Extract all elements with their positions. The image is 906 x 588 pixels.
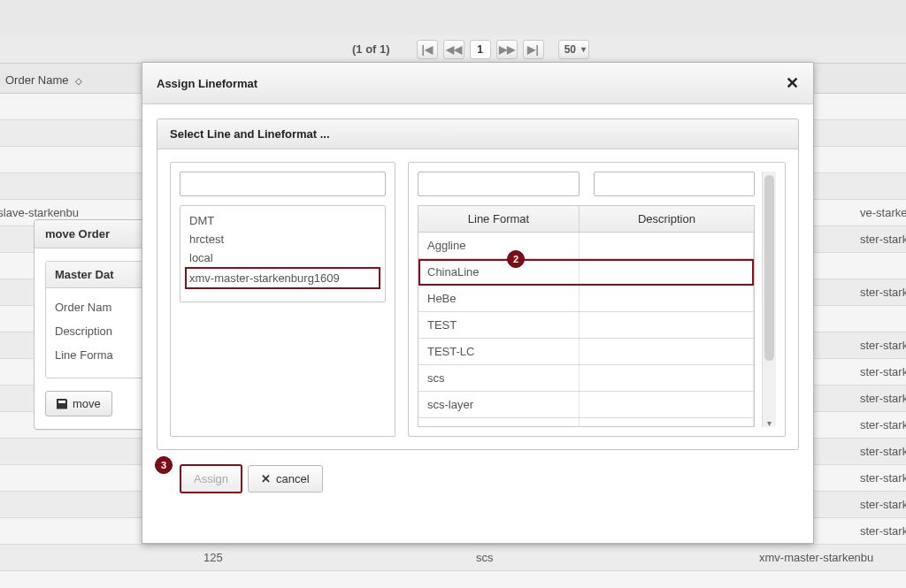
paginator-last[interactable]: ▶|: [523, 40, 544, 59]
line-list-item[interactable]: hrctest: [189, 230, 376, 248]
column-header-description[interactable]: Description: [580, 206, 754, 232]
line-list: DMT hrctest local xmv-master-starkenburg…: [180, 205, 386, 302]
column-header-order-name[interactable]: Order Name ◇: [5, 73, 82, 87]
select-panel-title: Select Line and Lineformat ...: [157, 119, 798, 149]
paginator-bar: (1 of 1) |◀ ◀◀ 1 ▶▶ ▶| 50: [0, 35, 906, 64]
paginator-prev[interactable]: ◀◀: [443, 40, 465, 59]
bg-cell: ster-starkenbu: [853, 412, 906, 439]
cell-lineformat: TEST: [418, 312, 580, 338]
cell-lineformat: Aggline: [418, 233, 580, 258]
cell-lineformat: TEST-LC: [418, 339, 580, 364]
cell-lineformat: scs-layer: [418, 392, 580, 417]
bg-cell: ster-starkenbu: [853, 386, 906, 412]
cell-description: [580, 312, 754, 338]
close-icon: ✕: [261, 472, 271, 485]
cell-description: [580, 365, 754, 391]
scrollbar-thumb[interactable]: [764, 175, 774, 361]
step-badge-3: 3: [155, 456, 173, 474]
description-filter-input[interactable]: [594, 172, 756, 196]
table-row[interactable]: TEST: [418, 312, 754, 339]
column-header-line[interactable]: Line ◇: [888, 67, 906, 94]
lineformat-filter-input[interactable]: [418, 172, 580, 196]
move-button[interactable]: move: [45, 391, 112, 416]
cell-lineformat: ChinaLine: [418, 259, 580, 285]
line-list-item-selected[interactable]: xmv-master-starkenburg1609: [186, 268, 380, 288]
line-list-item[interactable]: DMT: [189, 211, 376, 230]
column-header-lineformat[interactable]: Line Format: [418, 206, 580, 232]
cell-lineformat: scs: [418, 365, 580, 391]
cell-description: [580, 286, 754, 311]
assign-button-label: Assign: [194, 472, 228, 485]
table-row[interactable]: scs-layer: [418, 392, 754, 418]
cancel-button-label: cancel: [276, 472, 310, 485]
step-badge-2: 2: [507, 250, 525, 268]
cancel-button[interactable]: ✕ cancel: [248, 465, 323, 493]
lineformat-table: Line Format Description Aggline ChinaLin…: [418, 205, 755, 427]
line-list-item[interactable]: local: [189, 248, 376, 267]
bg-cell: xmv-master-starkenbu: [752, 545, 906, 571]
paginator-label: (1 of 1): [352, 42, 390, 56]
paginator-size-select[interactable]: 50: [558, 40, 589, 59]
table-row[interactable]: TEST-LC: [418, 339, 754, 365]
move-button-label: move: [73, 397, 101, 410]
assign-lineformat-dialog: Assign Lineformat ✕ Select Line and Line…: [142, 62, 814, 544]
scroll-down-icon[interactable]: ▾: [763, 416, 776, 429]
lineformat-box: Line Format Description Aggline ChinaLin…: [408, 162, 786, 437]
bg-cell: ster-starkenbu: [853, 492, 906, 518]
line-selector-box: DMT hrctest local xmv-master-starkenburg…: [170, 162, 395, 437]
scrollbar[interactable]: ▴ ▾: [762, 172, 776, 427]
bg-cell: ster-starkenbu: [853, 332, 906, 359]
assign-button[interactable]: Assign: [180, 464, 242, 493]
bg-cell: ster-starkenbu: [853, 226, 906, 253]
bg-cell: ster-starkenbu: [853, 518, 906, 545]
table-row[interactable]: Aggline: [418, 233, 754, 259]
table-row[interactable]: scs: [418, 365, 754, 392]
bg-cell: ve-starkenburg: [853, 200, 906, 226]
paginator-first[interactable]: |◀: [417, 40, 438, 59]
cell-description: [580, 259, 754, 285]
cell-description: [580, 418, 754, 427]
bg-cell: ster-starkenbu: [853, 465, 906, 492]
cell-description: [580, 233, 754, 258]
bg-cell: scs: [469, 545, 540, 571]
cell-lineformat: scsnew: [418, 418, 580, 427]
close-icon[interactable]: ✕: [786, 73, 799, 93]
bg-cell: ster-starkenbu: [853, 279, 906, 306]
bg-cell: ster-starkenbu: [853, 359, 906, 386]
cell-description: [580, 339, 754, 364]
line-filter-input[interactable]: [180, 172, 386, 196]
paginator-next[interactable]: ▶▶: [496, 40, 518, 59]
bg-cell: 125: [196, 545, 267, 571]
cell-description: [580, 392, 754, 417]
table-row-selected[interactable]: ChinaLine 2: [418, 259, 754, 286]
dialog-header: Assign Lineformat ✕: [142, 63, 813, 104]
table-row[interactable]: HeBe: [418, 286, 754, 312]
save-icon: [57, 399, 67, 409]
dialog-title: Assign Lineformat: [157, 77, 257, 90]
select-panel: Select Line and Lineformat ... DMT hrcte…: [157, 118, 799, 450]
bg-cell: ster-starkenbu: [853, 439, 906, 465]
paginator-current[interactable]: 1: [470, 40, 491, 59]
table-row[interactable]: scsnew: [418, 418, 754, 427]
cell-lineformat: HeBe: [418, 286, 580, 311]
sort-icon: ◇: [75, 76, 82, 86]
